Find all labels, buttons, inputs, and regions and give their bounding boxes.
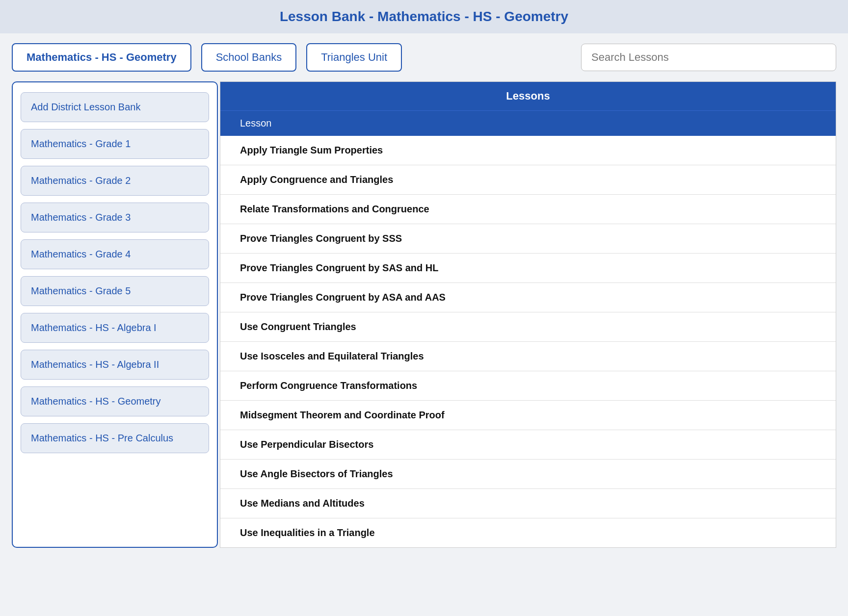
lesson-row-3[interactable]: Prove Triangles Congruent by SSS <box>220 224 836 254</box>
lessons-col-header: Lesson <box>220 110 836 136</box>
lesson-row-12[interactable]: Use Medians and Altitudes <box>220 489 836 518</box>
lesson-row-5[interactable]: Prove Triangles Congruent by ASA and AAS <box>220 283 836 312</box>
left-panel-btn-1[interactable]: Mathematics - Grade 1 <box>21 129 209 159</box>
school-banks-btn[interactable]: School Banks <box>201 43 297 72</box>
lesson-row-13[interactable]: Use Inequalities in a Triangle <box>220 518 836 547</box>
triangles-unit-btn[interactable]: Triangles Unit <box>306 43 402 72</box>
lesson-row-8[interactable]: Perform Congruence Transformations <box>220 371 836 401</box>
left-panel-btn-4[interactable]: Mathematics - Grade 4 <box>21 239 209 269</box>
lesson-row-6[interactable]: Use Congruent Triangles <box>220 312 836 342</box>
search-input[interactable] <box>581 44 836 71</box>
page-title: Lesson Bank - Mathematics - HS - Geometr… <box>0 9 848 25</box>
lesson-row-2[interactable]: Relate Transformations and Congruence <box>220 195 836 224</box>
lesson-row-7[interactable]: Use Isosceles and Equilateral Triangles <box>220 342 836 371</box>
math-hs-geometry-btn[interactable]: Mathematics - HS - Geometry <box>12 43 191 72</box>
left-panel: Add District Lesson BankMathematics - Gr… <box>12 81 218 548</box>
lesson-row-11[interactable]: Use Angle Bisectors of Triangles <box>220 460 836 489</box>
left-panel-btn-5[interactable]: Mathematics - Grade 5 <box>21 276 209 306</box>
left-panel-btn-6[interactable]: Mathematics - HS - Algebra I <box>21 313 209 343</box>
lesson-row-0[interactable]: Apply Triangle Sum Properties <box>220 136 836 165</box>
lessons-header: Lessons <box>220 82 836 110</box>
left-panel-btn-7[interactable]: Mathematics - HS - Algebra II <box>21 350 209 380</box>
lesson-row-9[interactable]: Midsegment Theorem and Coordinate Proof <box>220 401 836 430</box>
right-panel: Lessons Lesson Apply Triangle Sum Proper… <box>220 81 836 548</box>
left-panel-btn-8[interactable]: Mathematics - HS - Geometry <box>21 386 209 416</box>
page-title-bar: Lesson Bank - Mathematics - HS - Geometr… <box>0 0 848 33</box>
left-panel-btn-9[interactable]: Mathematics - HS - Pre Calculus <box>21 423 209 453</box>
lesson-row-10[interactable]: Use Perpendicular Bisectors <box>220 430 836 460</box>
lesson-row-1[interactable]: Apply Congruence and Triangles <box>220 165 836 195</box>
left-panel-btn-3[interactable]: Mathematics - Grade 3 <box>21 203 209 232</box>
top-nav: Mathematics - HS - Geometry School Banks… <box>0 33 848 81</box>
main-content: Add District Lesson BankMathematics - Gr… <box>0 81 848 560</box>
left-panel-btn-0[interactable]: Add District Lesson Bank <box>21 92 209 122</box>
left-panel-btn-2[interactable]: Mathematics - Grade 2 <box>21 166 209 196</box>
lesson-row-4[interactable]: Prove Triangles Congruent by SAS and HL <box>220 254 836 283</box>
